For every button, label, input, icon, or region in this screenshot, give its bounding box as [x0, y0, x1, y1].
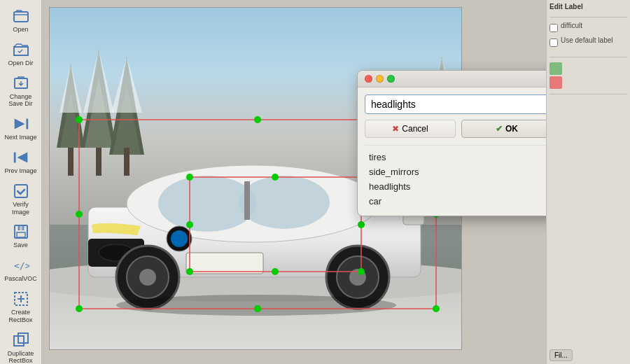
minimize-traffic-light[interactable] — [376, 75, 384, 83]
change-save-dir-icon — [12, 74, 30, 92]
suggestions-list: tires side_mirrors headlights car — [365, 145, 546, 209]
prev-image-button[interactable]: Prev Image — [3, 146, 39, 178]
create-rectbox-icon — [12, 290, 30, 308]
label-dialog: ✖ Cancel ✔ OK tires side_mirrors headlig… — [357, 70, 546, 216]
open-dir-label: Open Dir — [8, 59, 33, 67]
verify-image-label: Verify Image — [4, 201, 38, 216]
save-button[interactable]: Save — [3, 220, 39, 252]
verify-image-icon — [12, 182, 30, 200]
left-toolbar: Open Open Dir Change Save Dir — [0, 0, 42, 364]
prev-image-icon — [12, 148, 30, 167]
duplicate-rectbox-icon — [12, 331, 30, 349]
right-panel: Edit Label difficult Use default label F… — [546, 0, 630, 364]
prev-image-label: Prev Image — [4, 167, 36, 175]
duplicate-rectbox-button[interactable]: Duplicate RectBox — [3, 328, 39, 364]
color-swatch-red[interactable] — [550, 76, 562, 89]
open-icon — [12, 7, 30, 25]
cancel-label: Cancel — [402, 124, 428, 134]
svg-marker-4 — [17, 153, 27, 163]
dialog-body: ✖ Cancel ✔ OK tires side_mirrors headlig… — [358, 88, 546, 216]
dialog-buttons: ✖ Cancel ✔ OK — [365, 120, 546, 138]
change-save-dir-label: Change Save Dir — [4, 93, 38, 108]
change-save-dir-button[interactable]: Change Save Dir — [3, 71, 39, 111]
close-traffic-light[interactable] — [365, 75, 372, 83]
save-label: Save — [13, 241, 28, 249]
open-label: Open — [13, 26, 28, 34]
edit-label-heading: Edit Label — [550, 3, 627, 10]
difficult-row: difficult — [550, 22, 627, 34]
open-dir-icon — [12, 41, 30, 59]
verify-image-button[interactable]: Verify Image — [3, 179, 39, 219]
svg-rect-6 — [15, 185, 27, 197]
next-image-icon — [12, 115, 30, 133]
difficult-label: difficult — [561, 22, 582, 29]
svg-rect-0 — [14, 12, 28, 22]
suggestion-tires[interactable]: tires — [365, 150, 546, 164]
create-rectbox-button[interactable]: Create RectBox — [3, 287, 39, 327]
use-default-label: Use default label — [561, 36, 613, 44]
color-swatch-green[interactable] — [550, 62, 562, 75]
svg-marker-2 — [14, 119, 24, 130]
difficult-checkbox[interactable] — [550, 24, 558, 32]
svg-rect-5 — [13, 153, 15, 163]
suggestion-headlights[interactable]: headlights — [365, 179, 546, 194]
create-rectbox-label: Create RectBox — [4, 309, 38, 324]
duplicate-rectbox-label: Duplicate RectBox — [4, 350, 38, 364]
svg-rect-3 — [26, 119, 28, 130]
main-area: ✖ Cancel ✔ OK tires side_mirrors headlig… — [42, 0, 546, 364]
use-default-checkbox[interactable] — [550, 38, 558, 47]
ok-button[interactable]: ✔ OK — [461, 120, 546, 138]
cancel-button[interactable]: ✖ Cancel — [365, 120, 456, 138]
label-input[interactable] — [365, 94, 546, 114]
next-image-button[interactable]: Next Image — [3, 112, 39, 144]
right-divider-2 — [550, 57, 627, 57]
filter-button[interactable]: Fil... — [550, 349, 573, 361]
maximize-traffic-light[interactable] — [387, 75, 395, 83]
dialog-title-bar — [358, 71, 546, 88]
ok-icon: ✔ — [496, 124, 503, 134]
snow-ground — [50, 293, 461, 349]
suggestion-car[interactable]: car — [365, 194, 546, 209]
cancel-icon: ✖ — [392, 124, 399, 134]
svg-text:</>: </> — [14, 260, 29, 271]
svg-rect-9 — [17, 232, 25, 237]
pascal-voc-button[interactable]: </> PascalVOC — [3, 253, 39, 286]
open-dir-button[interactable]: Open Dir — [3, 38, 39, 70]
next-image-label: Next Image — [4, 134, 36, 141]
pascal-voc-label: PascalVOC — [4, 275, 37, 283]
right-divider-3 — [550, 94, 627, 94]
suggestion-side-mirrors[interactable]: side_mirrors — [365, 164, 546, 179]
ok-label: OK — [505, 124, 518, 134]
pascal-voc-icon: </> — [12, 256, 30, 274]
filter-section: Fil... — [550, 348, 627, 361]
canvas-area: ✖ Cancel ✔ OK tires side_mirrors headlig… — [42, 0, 546, 364]
save-icon — [12, 223, 30, 241]
right-divider-1 — [550, 17, 627, 18]
open-button[interactable]: Open — [3, 4, 39, 36]
use-default-label-row: Use default label — [550, 36, 627, 48]
